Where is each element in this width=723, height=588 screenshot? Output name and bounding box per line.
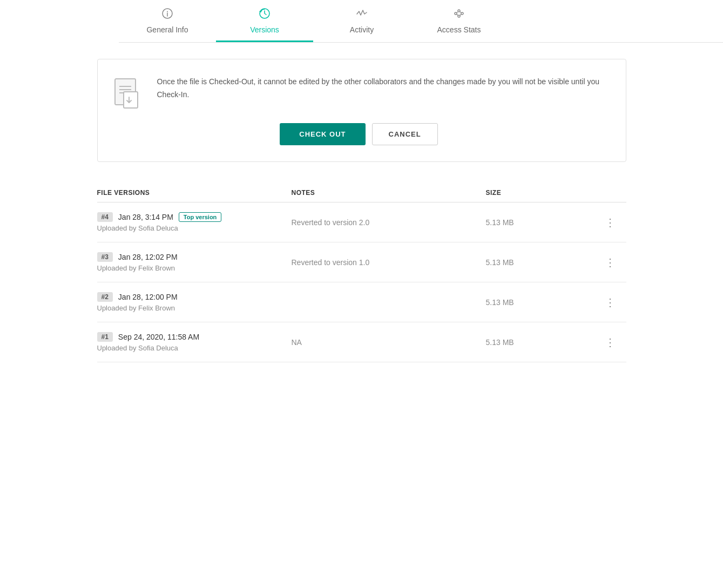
version-menu-button[interactable]: ⋮ bbox=[594, 256, 626, 269]
tab-activity-label: Activity bbox=[350, 25, 374, 34]
version-uploader: Uploaded by Sofia Deluca bbox=[97, 224, 292, 232]
table-header: FILE VERSIONS NOTES SIZE bbox=[97, 184, 626, 202]
version-info: #1 Sep 24, 2020, 11:58 AM Uploaded by So… bbox=[97, 332, 292, 352]
version-uploader: Uploaded by Felix Brown bbox=[97, 264, 292, 272]
general-info-icon bbox=[161, 8, 173, 22]
version-top: #4 Jan 28, 3:14 PM Top version bbox=[97, 212, 292, 222]
activity-icon bbox=[356, 8, 368, 22]
version-info: #3 Jan 28, 12:02 PM Uploaded by Felix Br… bbox=[97, 252, 292, 272]
table-row: #3 Jan 28, 12:02 PM Uploaded by Felix Br… bbox=[97, 242, 626, 282]
tab-versions-label: Versions bbox=[250, 25, 279, 34]
version-date: Sep 24, 2020, 11:58 AM bbox=[118, 333, 199, 341]
table-row: #1 Sep 24, 2020, 11:58 AM Uploaded by So… bbox=[97, 322, 626, 362]
svg-line-11 bbox=[457, 15, 458, 16]
version-top: #1 Sep 24, 2020, 11:58 AM bbox=[97, 332, 292, 342]
version-top: #2 Jan 28, 12:00 PM bbox=[97, 292, 292, 302]
version-menu-button[interactable]: ⋮ bbox=[594, 216, 626, 229]
table-row: #2 Jan 28, 12:00 PM Uploaded by Felix Br… bbox=[97, 282, 626, 322]
versions-icon bbox=[259, 8, 271, 22]
col-file-versions: FILE VERSIONS bbox=[97, 189, 292, 197]
checkout-button[interactable]: CHECK OUT bbox=[280, 123, 365, 145]
col-notes: NOTES bbox=[292, 189, 486, 197]
version-num: #1 bbox=[97, 332, 113, 342]
tab-versions[interactable]: Versions bbox=[216, 0, 313, 42]
version-size: 5.13 MB bbox=[486, 338, 594, 347]
version-uploader: Uploaded by Felix Brown bbox=[97, 304, 292, 312]
version-menu-button[interactable]: ⋮ bbox=[594, 336, 626, 349]
col-actions bbox=[594, 189, 626, 197]
version-size: 5.13 MB bbox=[486, 258, 594, 267]
version-size: 5.13 MB bbox=[486, 218, 594, 227]
version-num: #3 bbox=[97, 252, 113, 262]
version-notes: NA bbox=[292, 338, 486, 347]
tab-general-info-label: General Info bbox=[146, 25, 188, 34]
svg-line-9 bbox=[460, 12, 461, 13]
svg-rect-16 bbox=[124, 92, 138, 108]
version-num: #2 bbox=[97, 292, 113, 302]
version-date: Jan 28, 12:00 PM bbox=[118, 293, 178, 301]
main-content: Once the file is Checked-Out, it cannot … bbox=[65, 43, 659, 379]
access-stats-icon bbox=[453, 8, 465, 22]
tab-access-stats[interactable]: Access Stats bbox=[410, 0, 508, 42]
checkout-box: Once the file is Checked-Out, it cannot … bbox=[97, 59, 626, 162]
svg-line-8 bbox=[457, 12, 458, 13]
version-menu-button[interactable]: ⋮ bbox=[594, 296, 626, 309]
version-info: #4 Jan 28, 3:14 PM Top version Uploaded … bbox=[97, 212, 292, 232]
svg-point-6 bbox=[461, 12, 463, 15]
tabs-container: General Info Versions Activity bbox=[119, 0, 723, 43]
table-row: #4 Jan 28, 3:14 PM Top version Uploaded … bbox=[97, 202, 626, 242]
svg-line-10 bbox=[460, 15, 461, 16]
version-date: Jan 28, 3:14 PM bbox=[118, 213, 173, 221]
svg-point-2 bbox=[167, 11, 168, 12]
tab-general-info[interactable]: General Info bbox=[119, 0, 216, 42]
checkout-buttons: CHECK OUT CANCEL bbox=[280, 123, 437, 145]
version-notes: Reverted to version 1.0 bbox=[292, 258, 486, 267]
tab-activity[interactable]: Activity bbox=[313, 0, 410, 42]
cancel-button[interactable]: CANCEL bbox=[372, 123, 438, 145]
svg-point-4 bbox=[455, 12, 457, 15]
col-size: SIZE bbox=[486, 189, 594, 197]
version-num: #4 bbox=[97, 212, 113, 222]
svg-point-7 bbox=[458, 15, 460, 17]
svg-point-5 bbox=[458, 10, 460, 12]
version-size: 5.13 MB bbox=[486, 298, 594, 307]
top-version-badge: Top version bbox=[179, 212, 222, 222]
checkout-file-icon bbox=[114, 78, 144, 108]
version-notes: Reverted to version 2.0 bbox=[292, 218, 486, 227]
version-uploader: Uploaded by Sofia Deluca bbox=[97, 344, 292, 352]
checkout-content: Once the file is Checked-Out, it cannot … bbox=[114, 76, 604, 108]
version-date: Jan 28, 12:02 PM bbox=[118, 253, 178, 261]
tab-access-stats-label: Access Stats bbox=[437, 25, 481, 34]
checkout-warning-text: Once the file is Checked-Out, it cannot … bbox=[157, 76, 604, 102]
version-top: #3 Jan 28, 12:02 PM bbox=[97, 252, 292, 262]
version-info: #2 Jan 28, 12:00 PM Uploaded by Felix Br… bbox=[97, 292, 292, 312]
